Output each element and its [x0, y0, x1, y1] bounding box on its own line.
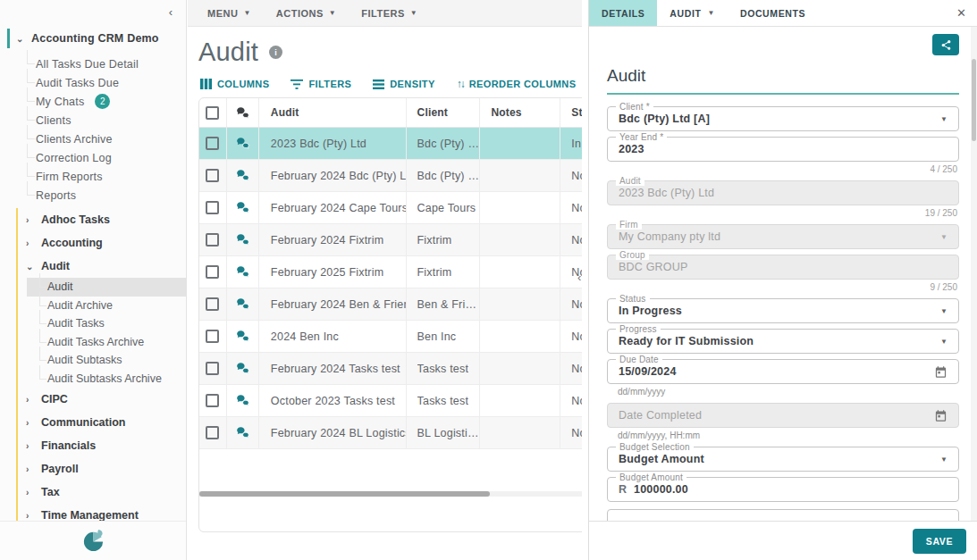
sidebar-section[interactable]: › Adhoc Tasks — [18, 208, 186, 231]
chevron-right-icon: › — [26, 511, 33, 521]
row-checkbox[interactable] — [206, 137, 219, 150]
table-row[interactable]: October 2023 Tasks test Tasks test Not S… — [199, 385, 582, 417]
field-input[interactable]: Date Completed — [607, 403, 959, 428]
field-input[interactable]: Status In Progress ▼ — [607, 298, 959, 323]
chat-icon[interactable] — [235, 393, 250, 408]
field-input[interactable]: Budget Selection Budget Amount ▼ — [607, 447, 959, 472]
field-input[interactable]: Group BDC GROUP — [607, 255, 959, 280]
chevron-down-icon: ⌄ — [16, 34, 23, 44]
cell-client: Ben Inc — [407, 321, 481, 352]
dropdown-caret-icon[interactable]: ▼ — [940, 115, 948, 123]
field-input[interactable]: Due Date 15/09/2024 — [607, 359, 959, 384]
menu-button[interactable]: MENU ▼ — [207, 8, 251, 19]
panel-collapse-icon[interactable]: ‹ — [577, 271, 581, 284]
sidebar-section[interactable]: › CIPC — [18, 388, 186, 411]
page-title: Audit — [198, 38, 258, 67]
row-checkbox[interactable] — [206, 233, 219, 247]
calendar-icon[interactable] — [934, 409, 948, 422]
filter-icon — [291, 79, 303, 89]
table-row[interactable]: 2023 Bdc (Pty) Ltd Bdc (Pty) Ltd [A] In … — [199, 128, 582, 160]
form-field: Status In Progress ▼ — [607, 298, 959, 323]
tab-details[interactable]: DETAILS — [589, 0, 657, 26]
sidebar-item[interactable]: Reports — [0, 186, 186, 205]
reorder-columns-button[interactable]: ↑↓ REORDER COLUMNS — [457, 78, 577, 90]
row-checkbox[interactable] — [206, 265, 219, 279]
table-row[interactable]: February 2024 Fixtrim Fixtrim Not Starte… — [199, 224, 582, 256]
menubar: MENU ▼ ACTIONS ▼ FILTERS ▼ — [188, 0, 582, 27]
table-row[interactable]: February 2024 Cape Tours Cape Tours Not … — [199, 192, 582, 224]
sidebar-section-label: Payroll — [41, 463, 79, 475]
sidebar-root-accounting-crm-demo[interactable]: ⌄ Accounting CRM Demo — [7, 29, 186, 48]
field-input[interactable]: Client * Bdc (Pty) Ltd [A] ▼ — [607, 106, 959, 131]
field-input[interactable]: Firm My Company pty ltd ▼ — [607, 224, 959, 249]
table-row[interactable]: February 2024 Tasks test Tasks test Not … — [199, 353, 582, 385]
row-checkbox[interactable] — [206, 330, 219, 343]
sidebar: ‹ ⌄ Accounting CRM Demo All Tasks Due De… — [0, 0, 187, 560]
horizontal-scrollbar-thumb[interactable] — [199, 491, 490, 497]
chat-icon[interactable] — [235, 297, 250, 312]
table-row[interactable]: February 2024 BL Logistics BL Logistics … — [199, 417, 582, 449]
actions-button[interactable]: ACTIONS ▼ — [276, 8, 336, 19]
table-body: 2023 Bdc (Pty) Ltd Bdc (Pty) Ltd [A] In … — [199, 128, 582, 449]
table-row[interactable]: February 2024 Ben & Friends Ben & Friend… — [199, 288, 582, 321]
reorder-arrows-icon: ↑↓ — [457, 78, 464, 90]
close-icon[interactable]: ✕ — [956, 6, 966, 20]
sidebar-item[interactable]: Audit — [27, 278, 186, 297]
dropdown-caret-icon[interactable]: ▼ — [940, 456, 948, 464]
field-input[interactable]: Year End * 2023 — [607, 137, 959, 162]
chat-icon[interactable] — [235, 232, 250, 247]
dropdown-caret-icon[interactable]: ▼ — [940, 233, 948, 241]
chat-icon[interactable] — [235, 264, 250, 280]
cell-client: BL Logistics [A] — [407, 417, 481, 448]
save-button[interactable]: SAVE — [913, 529, 966, 554]
sidebar-section[interactable]: › Financials — [18, 434, 186, 457]
row-checkbox-cell — [199, 385, 227, 416]
sidebar-section[interactable]: › Communication — [18, 411, 186, 434]
column-header-audit[interactable]: Audit — [259, 98, 407, 127]
tab-documents[interactable]: DOCUMENTS — [728, 0, 818, 26]
share-button[interactable] — [932, 34, 959, 55]
row-checkbox[interactable] — [206, 169, 219, 182]
table-row[interactable]: 2024 Ben Inc Ben Inc Not Started — [199, 321, 582, 353]
sidebar-section[interactable]: › Time Management — [18, 504, 186, 521]
density-button[interactable]: DENSITY — [373, 78, 434, 90]
dropdown-caret-icon[interactable]: ▼ — [940, 307, 948, 315]
calendar-icon[interactable] — [934, 365, 948, 379]
row-checkbox[interactable] — [206, 297, 219, 311]
filters-menu-button[interactable]: FILTERS ▼ — [361, 8, 417, 19]
column-header-notes[interactable]: Notes — [480, 98, 560, 127]
columns-button[interactable]: COLUMNS — [200, 78, 269, 90]
sidebar-section[interactable]: › Tax — [18, 481, 186, 504]
row-checkbox[interactable] — [206, 362, 219, 375]
sidebar-collapse-icon[interactable]: ‹ — [169, 5, 173, 19]
column-header-client[interactable]: Client — [407, 98, 481, 127]
row-checkbox[interactable] — [206, 426, 219, 439]
table-row[interactable]: February 2025 Fixtrim Fixtrim Not Starte… — [199, 256, 582, 288]
chat-icon[interactable] — [235, 329, 250, 344]
sidebar-section[interactable]: › Payroll — [18, 457, 186, 481]
select-all-checkbox[interactable] — [206, 106, 219, 120]
column-header-status[interactable]: Status — [560, 98, 582, 127]
sidebar-item[interactable]: Audit Subtasks Archive — [18, 370, 186, 389]
vertical-scrollbar-thumb[interactable] — [972, 59, 976, 141]
tab-audit[interactable]: AUDIT ▼ — [657, 0, 728, 26]
row-checkbox[interactable] — [206, 201, 219, 214]
table-row[interactable]: February 2024 Bdc (Pty) Ltd Bdc (Pty) Lt… — [199, 160, 582, 192]
density-icon — [373, 79, 384, 89]
chat-icon[interactable] — [235, 136, 250, 151]
field-input[interactable]: Progress Ready for IT Submission ▼ — [607, 329, 959, 354]
field-input[interactable]: Audit 2023 Bdc (Pty) Ltd — [607, 180, 959, 205]
form-field: Progress Ready for IT Submission ▼ — [607, 329, 959, 354]
row-checkbox[interactable] — [206, 394, 219, 407]
filters-button[interactable]: FILTERS — [291, 78, 351, 90]
sidebar-section[interactable]: › Accounting — [18, 231, 186, 255]
form-field: Firm My Company pty ltd ▼ — [607, 224, 959, 249]
chat-icon[interactable] — [235, 361, 250, 376]
field-input[interactable]: Budget Amount R 100000.00 — [607, 477, 959, 502]
chat-icon[interactable] — [235, 200, 250, 215]
dropdown-caret-icon[interactable]: ▼ — [940, 338, 948, 346]
chat-icon[interactable] — [235, 168, 250, 183]
chevron-down-icon: ▼ — [243, 9, 250, 17]
chat-icon[interactable] — [235, 425, 250, 440]
info-icon[interactable]: i — [269, 46, 282, 59]
